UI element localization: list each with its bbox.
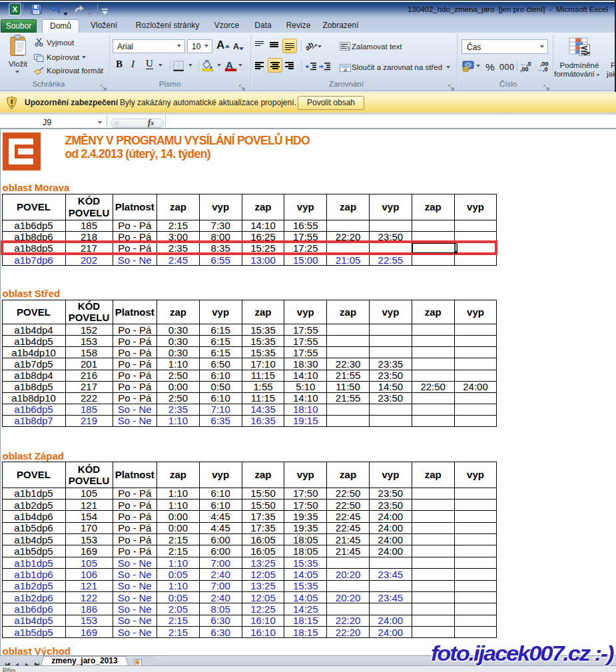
svg-text:X: X xyxy=(13,5,18,13)
svg-text:a: a xyxy=(344,66,347,72)
svg-text:ab: ab xyxy=(306,41,315,51)
